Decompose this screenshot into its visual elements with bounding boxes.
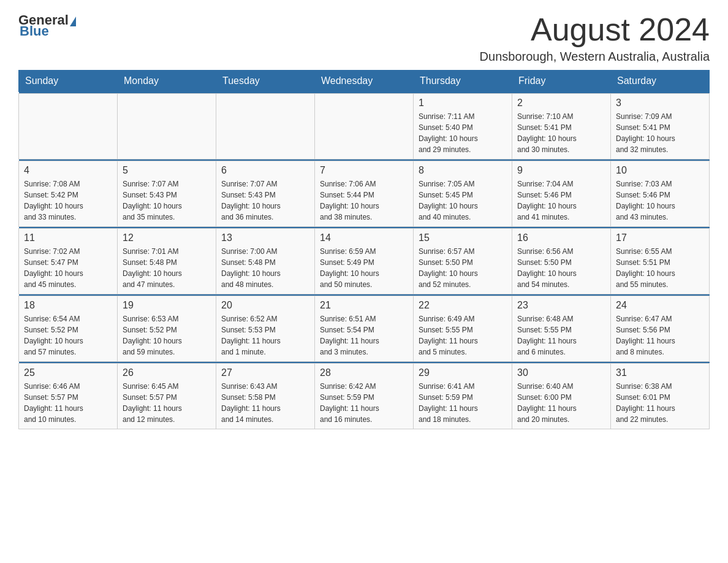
day-info: Sunrise: 7:10 AM Sunset: 5:41 PM Dayligh…	[517, 111, 605, 155]
day-info: Sunrise: 6:41 AM Sunset: 5:59 PM Dayligh…	[419, 381, 507, 425]
day-number: 1	[419, 98, 507, 109]
day-info: Sunrise: 6:51 AM Sunset: 5:54 PM Dayligh…	[320, 313, 408, 358]
day-number: 6	[221, 165, 309, 176]
day-info: Sunrise: 6:55 AM Sunset: 5:51 PM Dayligh…	[616, 246, 704, 290]
day-cell: 11Sunrise: 7:02 AM Sunset: 5:47 PM Dayli…	[19, 229, 118, 294]
day-cell: 30Sunrise: 6:40 AM Sunset: 6:00 PM Dayli…	[512, 364, 611, 429]
day-number: 30	[517, 367, 605, 378]
day-info: Sunrise: 6:42 AM Sunset: 5:59 PM Dayligh…	[320, 381, 408, 425]
day-cell: 3Sunrise: 7:09 AM Sunset: 5:41 PM Daylig…	[611, 94, 710, 159]
col-sunday: Sunday	[19, 71, 118, 92]
col-saturday: Saturday	[611, 71, 710, 92]
day-cell: 12Sunrise: 7:01 AM Sunset: 5:48 PM Dayli…	[118, 229, 216, 294]
day-cell: 5Sunrise: 7:07 AM Sunset: 5:43 PM Daylig…	[118, 161, 216, 227]
logo-triangle-icon	[70, 17, 76, 26]
day-info: Sunrise: 6:43 AM Sunset: 5:58 PM Dayligh…	[221, 381, 309, 425]
col-tuesday: Tuesday	[216, 71, 315, 92]
day-info: Sunrise: 7:00 AM Sunset: 5:48 PM Dayligh…	[221, 246, 309, 290]
day-cell: 2Sunrise: 7:10 AM Sunset: 5:41 PM Daylig…	[512, 94, 611, 159]
day-info: Sunrise: 6:56 AM Sunset: 5:50 PM Dayligh…	[517, 246, 605, 290]
day-number: 4	[24, 165, 112, 176]
day-number: 28	[320, 367, 408, 378]
day-cell: 1Sunrise: 7:11 AM Sunset: 5:40 PM Daylig…	[414, 94, 512, 159]
day-number: 26	[123, 367, 211, 378]
day-cell: 8Sunrise: 7:05 AM Sunset: 5:45 PM Daylig…	[414, 161, 512, 227]
day-info: Sunrise: 7:01 AM Sunset: 5:48 PM Dayligh…	[123, 246, 211, 290]
day-cell: 21Sunrise: 6:51 AM Sunset: 5:54 PM Dayli…	[315, 296, 414, 362]
day-cell: 28Sunrise: 6:42 AM Sunset: 5:59 PM Dayli…	[315, 364, 414, 429]
day-cell: 26Sunrise: 6:45 AM Sunset: 5:57 PM Dayli…	[118, 364, 216, 429]
day-number: 22	[419, 300, 507, 311]
day-number: 25	[24, 367, 112, 378]
day-info: Sunrise: 7:06 AM Sunset: 5:44 PM Dayligh…	[320, 178, 408, 223]
col-friday: Friday	[512, 71, 611, 92]
col-thursday: Thursday	[414, 71, 512, 92]
day-cell: 24Sunrise: 6:47 AM Sunset: 5:56 PM Dayli…	[611, 296, 710, 362]
day-cell: 22Sunrise: 6:49 AM Sunset: 5:55 PM Dayli…	[414, 296, 512, 362]
week-row-1: 4Sunrise: 7:08 AM Sunset: 5:42 PM Daylig…	[19, 161, 710, 227]
day-cell: 9Sunrise: 7:04 AM Sunset: 5:46 PM Daylig…	[512, 161, 611, 227]
day-number: 9	[517, 165, 605, 176]
day-cell: 19Sunrise: 6:53 AM Sunset: 5:52 PM Dayli…	[118, 296, 216, 362]
week-row-4: 25Sunrise: 6:46 AM Sunset: 5:57 PM Dayli…	[19, 364, 710, 429]
day-number: 23	[517, 300, 605, 311]
location-title: Dunsborough, Western Australia, Australi…	[480, 50, 710, 64]
day-cell: 6Sunrise: 7:07 AM Sunset: 5:43 PM Daylig…	[216, 161, 315, 227]
day-info: Sunrise: 6:40 AM Sunset: 6:00 PM Dayligh…	[517, 381, 605, 425]
day-info: Sunrise: 6:59 AM Sunset: 5:49 PM Dayligh…	[320, 246, 408, 290]
day-number: 19	[123, 300, 211, 311]
day-number: 27	[221, 367, 309, 378]
day-number: 3	[616, 98, 704, 109]
day-cell: 20Sunrise: 6:52 AM Sunset: 5:53 PM Dayli…	[216, 296, 315, 362]
day-number: 17	[616, 232, 704, 243]
day-info: Sunrise: 7:07 AM Sunset: 5:43 PM Dayligh…	[221, 178, 309, 223]
day-number: 16	[517, 232, 605, 243]
day-cell: 27Sunrise: 6:43 AM Sunset: 5:58 PM Dayli…	[216, 364, 315, 429]
week-row-3: 18Sunrise: 6:54 AM Sunset: 5:52 PM Dayli…	[19, 296, 710, 362]
day-info: Sunrise: 7:11 AM Sunset: 5:40 PM Dayligh…	[419, 111, 507, 155]
col-monday: Monday	[118, 71, 216, 92]
day-cell	[118, 94, 216, 159]
day-number: 11	[24, 232, 112, 243]
day-info: Sunrise: 6:49 AM Sunset: 5:55 PM Dayligh…	[419, 313, 507, 358]
day-info: Sunrise: 7:05 AM Sunset: 5:45 PM Dayligh…	[419, 178, 507, 223]
day-number: 15	[419, 232, 507, 243]
day-cell: 18Sunrise: 6:54 AM Sunset: 5:52 PM Dayli…	[19, 296, 118, 362]
day-info: Sunrise: 7:04 AM Sunset: 5:46 PM Dayligh…	[517, 178, 605, 223]
day-info: Sunrise: 7:07 AM Sunset: 5:43 PM Dayligh…	[123, 178, 211, 223]
page-header: General Blue August 2024 Dunsborough, We…	[18, 12, 710, 64]
day-number: 10	[616, 165, 704, 176]
day-number: 14	[320, 232, 408, 243]
day-info: Sunrise: 6:38 AM Sunset: 6:01 PM Dayligh…	[616, 381, 704, 425]
day-info: Sunrise: 6:52 AM Sunset: 5:53 PM Dayligh…	[221, 313, 309, 358]
day-cell: 14Sunrise: 6:59 AM Sunset: 5:49 PM Dayli…	[315, 229, 414, 294]
day-info: Sunrise: 6:54 AM Sunset: 5:52 PM Dayligh…	[24, 313, 112, 358]
day-cell	[315, 94, 414, 159]
day-cell	[216, 94, 315, 159]
day-number: 24	[616, 300, 704, 311]
day-number: 13	[221, 232, 309, 243]
day-number: 5	[123, 165, 211, 176]
day-info: Sunrise: 7:02 AM Sunset: 5:47 PM Dayligh…	[24, 246, 112, 290]
day-info: Sunrise: 7:09 AM Sunset: 5:41 PM Dayligh…	[616, 111, 704, 155]
day-cell: 23Sunrise: 6:48 AM Sunset: 5:55 PM Dayli…	[512, 296, 611, 362]
day-cell: 17Sunrise: 6:55 AM Sunset: 5:51 PM Dayli…	[611, 229, 710, 294]
day-number: 29	[419, 367, 507, 378]
day-cell: 15Sunrise: 6:57 AM Sunset: 5:50 PM Dayli…	[414, 229, 512, 294]
day-info: Sunrise: 6:45 AM Sunset: 5:57 PM Dayligh…	[123, 381, 211, 425]
day-cell: 4Sunrise: 7:08 AM Sunset: 5:42 PM Daylig…	[19, 161, 118, 227]
day-cell	[19, 94, 118, 159]
week-row-2: 11Sunrise: 7:02 AM Sunset: 5:47 PM Dayli…	[19, 229, 710, 294]
day-number: 8	[419, 165, 507, 176]
week-row-0: 1Sunrise: 7:11 AM Sunset: 5:40 PM Daylig…	[19, 94, 710, 159]
day-info: Sunrise: 6:47 AM Sunset: 5:56 PM Dayligh…	[616, 313, 704, 358]
day-cell: 16Sunrise: 6:56 AM Sunset: 5:50 PM Dayli…	[512, 229, 611, 294]
day-cell: 29Sunrise: 6:41 AM Sunset: 5:59 PM Dayli…	[414, 364, 512, 429]
day-number: 2	[517, 98, 605, 109]
logo: General Blue	[18, 12, 77, 39]
day-number: 12	[123, 232, 211, 243]
day-cell: 25Sunrise: 6:46 AM Sunset: 5:57 PM Dayli…	[19, 364, 118, 429]
day-number: 31	[616, 367, 704, 378]
day-number: 21	[320, 300, 408, 311]
day-number: 18	[24, 300, 112, 311]
